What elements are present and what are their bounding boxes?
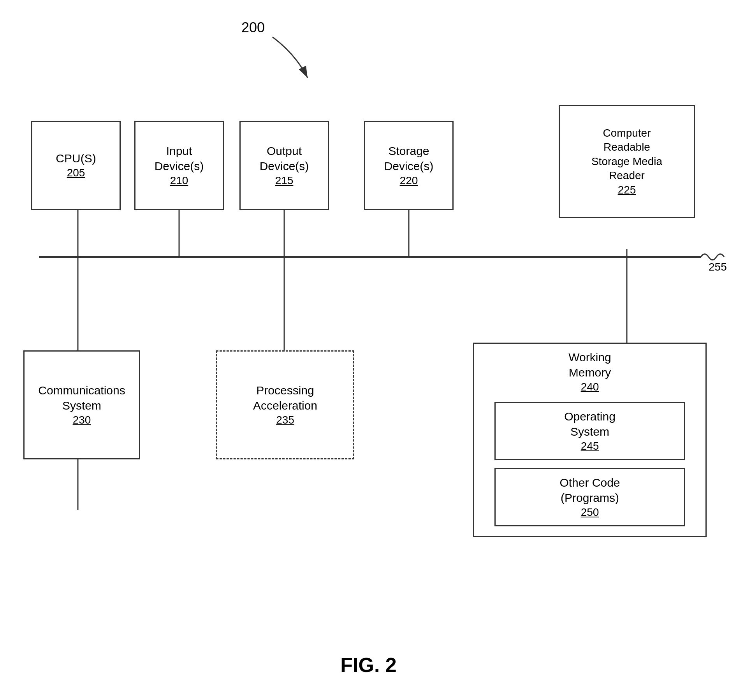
bus-label: 255 xyxy=(709,261,727,273)
output-label: OutputDevice(s) xyxy=(260,143,309,174)
comm-ref: 230 xyxy=(73,413,91,427)
storage-ref: 220 xyxy=(400,174,418,188)
box-working-mem: WorkingMemory 240 OperatingSystem 245 Ot… xyxy=(473,343,707,537)
box-media-reader: ComputerReadableStorage MediaReader 225 xyxy=(559,105,695,218)
working-mem-label: WorkingMemory xyxy=(568,350,611,380)
working-mem-ref: 240 xyxy=(581,380,599,394)
other-code-label: Other Code(Programs) xyxy=(559,475,620,505)
ref-200: 200 xyxy=(241,19,265,36)
other-code-ref: 250 xyxy=(581,505,599,519)
box-output: OutputDevice(s) 215 xyxy=(239,121,329,210)
box-other-code: Other Code(Programs) 250 xyxy=(494,468,685,526)
box-storage: StorageDevice(s) 220 xyxy=(364,121,454,210)
os-label: OperatingSystem xyxy=(564,409,616,439)
output-ref: 215 xyxy=(275,174,294,188)
box-cpu: CPU(S) 205 xyxy=(31,121,121,210)
os-ref: 245 xyxy=(581,439,599,453)
proc-ref: 235 xyxy=(276,413,294,427)
cpu-ref: 205 xyxy=(67,166,85,180)
storage-label: StorageDevice(s) xyxy=(384,143,434,174)
media-reader-ref: 225 xyxy=(618,183,636,197)
box-proc-accel: ProcessingAcceleration 235 xyxy=(216,350,354,459)
figure-label: FIG. 2 xyxy=(0,653,737,677)
media-reader-label: ComputerReadableStorage MediaReader xyxy=(591,126,662,183)
box-os: OperatingSystem 245 xyxy=(494,402,685,460)
input-label: InputDevice(s) xyxy=(155,143,204,174)
cpu-label: CPU(S) xyxy=(56,151,96,166)
box-input: InputDevice(s) 210 xyxy=(134,121,224,210)
box-comm-system: CommunicationsSystem 230 xyxy=(23,350,140,459)
proc-label: ProcessingAcceleration xyxy=(253,383,317,413)
comm-label: CommunicationsSystem xyxy=(38,383,125,413)
input-ref: 210 xyxy=(170,174,188,188)
diagram: 200 CPU(S) 205 InputDevice(s) 210 Output… xyxy=(0,0,737,700)
